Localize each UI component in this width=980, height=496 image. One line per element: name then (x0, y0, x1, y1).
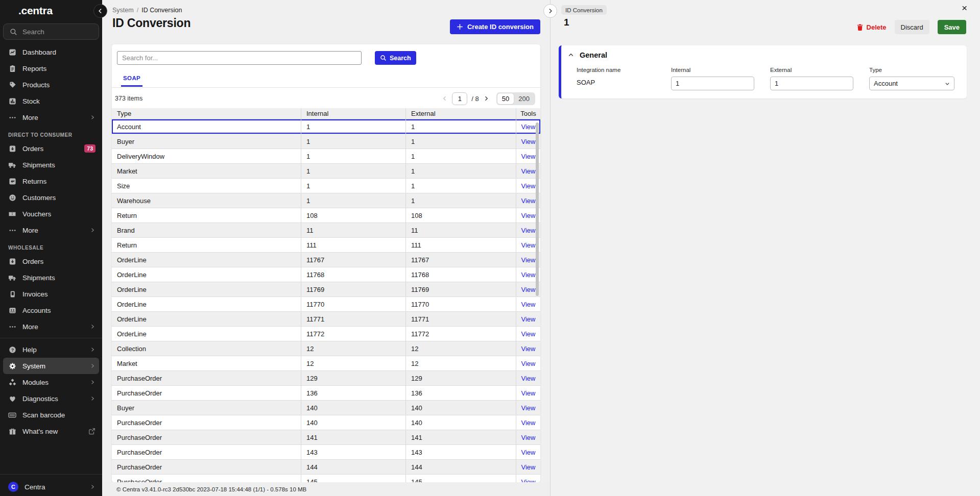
breadcrumb-system[interactable]: System (112, 7, 134, 14)
table-row[interactable]: PurchaseOrder129129View (112, 371, 540, 386)
view-link[interactable]: View (521, 345, 536, 353)
table-row[interactable]: PurchaseOrder145145View (112, 475, 540, 482)
view-link[interactable]: View (521, 256, 536, 264)
table-row[interactable]: Buyer11View (112, 134, 540, 149)
view-link[interactable]: View (521, 463, 536, 471)
view-link[interactable]: View (521, 449, 536, 456)
table-row[interactable]: OrderLine1176711767View (112, 253, 540, 267)
page-next-button[interactable] (483, 95, 489, 102)
sidebar-item-invoices[interactable]: Invoices (0, 286, 102, 302)
sidebar-item-scan-barcode[interactable]: Scan barcode (0, 407, 102, 423)
table-row[interactable]: OrderLine1176811768View (112, 267, 540, 282)
internal-input[interactable] (671, 77, 754, 90)
view-link[interactable]: View (521, 404, 536, 412)
table-row[interactable]: PurchaseOrder140140View (112, 415, 540, 430)
sidebar-item-products[interactable]: Products (0, 77, 102, 93)
table-row[interactable]: DeliveryWindow11View (112, 149, 540, 164)
view-link[interactable]: View (521, 286, 536, 293)
table-row[interactable]: OrderLine1177011770View (112, 297, 540, 312)
table-row[interactable]: OrderLine1177211772View (112, 327, 540, 341)
view-link[interactable]: View (521, 271, 536, 279)
sidebar-item-modules[interactable]: Modules (0, 374, 102, 390)
view-link[interactable]: View (521, 360, 536, 367)
sidebar-item-more[interactable]: More (0, 109, 102, 126)
type-cell: OrderLine (112, 282, 301, 296)
sidebar-item-what-s-new[interactable]: What's new (0, 423, 102, 439)
view-link[interactable]: View (521, 153, 536, 160)
search-button[interactable]: Search (375, 51, 416, 65)
create-id-conversion-button[interactable]: Create ID conversion (450, 19, 540, 34)
view-link[interactable]: View (521, 123, 536, 131)
table-row[interactable]: Market11View (112, 164, 540, 179)
sidebar-item-orders[interactable]: Orders (0, 253, 102, 269)
view-link[interactable]: View (521, 375, 536, 382)
tab-soap[interactable]: SOAP (121, 75, 142, 87)
sidebar-item-customers[interactable]: Customers (0, 189, 102, 206)
view-link[interactable]: View (521, 419, 536, 427)
external-cell: 12 (406, 356, 516, 370)
sidebar-item-accounts[interactable]: Accounts (0, 302, 102, 318)
page-number-input[interactable] (452, 92, 467, 105)
panel-expand-button[interactable] (543, 4, 557, 18)
table-row[interactable]: OrderLine1177111771View (112, 312, 540, 327)
close-icon[interactable]: × (962, 3, 967, 13)
view-link[interactable]: View (521, 212, 536, 219)
table-row[interactable]: Return108108View (112, 208, 540, 223)
page-prev-button[interactable] (442, 95, 448, 102)
sidebar-item-returns[interactable]: Returns (0, 173, 102, 189)
sidebar-item-system[interactable]: System (3, 358, 99, 374)
table-row[interactable]: PurchaseOrder144144View (112, 460, 540, 475)
table-scrollbar[interactable] (536, 122, 539, 296)
sidebar-item-dashboard[interactable]: Dashboard (0, 44, 102, 60)
table-row[interactable]: Warehouse11View (112, 193, 540, 208)
search-input[interactable] (117, 51, 362, 65)
sidebar-item-help[interactable]: ?Help (0, 341, 102, 358)
page-size-50[interactable]: 50 (497, 93, 514, 104)
sidebar-item-shipments[interactable]: Shipments (0, 269, 102, 286)
sidebar-item-stock[interactable]: Stock (0, 93, 102, 109)
view-link[interactable]: View (521, 315, 536, 323)
view-link[interactable]: View (521, 227, 536, 234)
sidebar-item-diagnostics[interactable]: Diagnostics (0, 390, 102, 407)
general-section-header[interactable]: General (568, 51, 607, 59)
view-link[interactable]: View (521, 182, 536, 190)
table-row[interactable]: Account11View (112, 119, 540, 134)
sidebar-search[interactable]: Search (3, 23, 99, 40)
sidebar-item-reports[interactable]: Reports (0, 60, 102, 77)
save-button[interactable]: Save (938, 20, 966, 34)
view-link[interactable]: View (521, 167, 536, 175)
table-row[interactable]: PurchaseOrder141141View (112, 430, 540, 445)
table-row[interactable]: PurchaseOrder136136View (112, 386, 540, 401)
panel-actions: Delete Discard Save (856, 20, 966, 34)
sidebar-item-more[interactable]: More (0, 318, 102, 335)
view-link[interactable]: View (521, 478, 536, 483)
sidebar-item-shipments[interactable]: Shipments (0, 157, 102, 173)
table-row[interactable]: Buyer140140View (112, 401, 540, 415)
view-link[interactable]: View (521, 389, 536, 397)
sidebar-item-more[interactable]: More (0, 222, 102, 238)
table-row[interactable]: Market1212View (112, 356, 540, 371)
sidebar-collapse-button[interactable] (93, 4, 107, 18)
table-row[interactable]: Brand1111View (112, 223, 540, 238)
more-icon (8, 113, 16, 121)
view-link[interactable]: View (521, 330, 536, 338)
sidebar-item-centra-account[interactable]: C Centra (0, 478, 102, 496)
view-link[interactable]: View (521, 138, 536, 145)
table-row[interactable]: PurchaseOrder143143View (112, 445, 540, 460)
table-row[interactable]: OrderLine1176911769View (112, 282, 540, 297)
sidebar-item-vouchers[interactable]: Vouchers (0, 206, 102, 222)
view-link[interactable]: View (521, 241, 536, 249)
table-row[interactable]: Size11View (112, 179, 540, 193)
table-row[interactable]: Collection1212View (112, 341, 540, 356)
view-link[interactable]: View (521, 197, 536, 205)
table-row[interactable]: Return111111View (112, 238, 540, 253)
invoices-icon (8, 290, 16, 298)
type-select[interactable]: Account (869, 77, 954, 90)
external-input[interactable] (770, 77, 853, 90)
discard-button[interactable]: Discard (895, 20, 929, 34)
page-size-200[interactable]: 200 (514, 93, 534, 104)
sidebar-item-orders[interactable]: Orders73 (0, 140, 102, 157)
view-link[interactable]: View (521, 301, 536, 308)
view-link[interactable]: View (521, 434, 536, 441)
delete-button[interactable]: Delete (856, 23, 887, 31)
